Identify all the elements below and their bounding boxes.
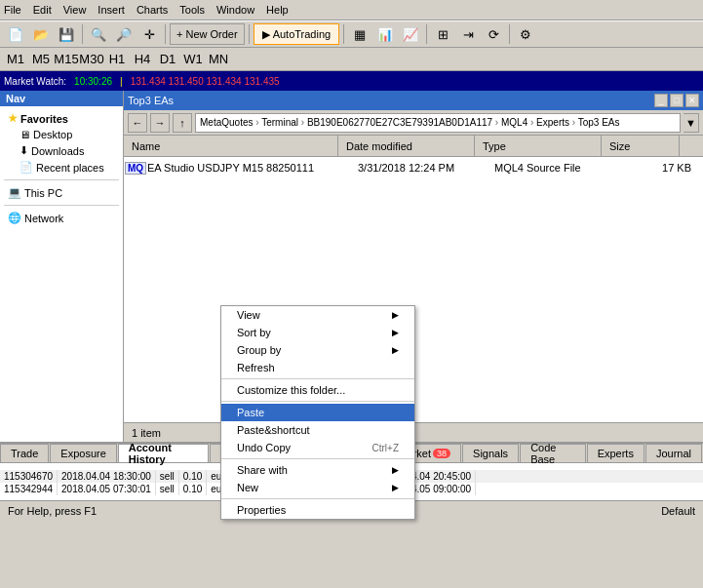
menu-charts[interactable]: Charts bbox=[137, 4, 168, 16]
minimize-btn[interactable]: _ bbox=[654, 94, 668, 107]
file-item[interactable]: MQ EA Studio USDJPY M15 88250111 3/31/20… bbox=[124, 157, 703, 178]
tab-experts[interactable]: Experts bbox=[587, 444, 644, 462]
tf-h4[interactable]: H4 bbox=[131, 49, 154, 70]
item-count: 1 item bbox=[132, 427, 161, 439]
col-size-header[interactable]: Size bbox=[602, 136, 680, 156]
timeframe-toolbar: M1 M5 M15 M30 H1 H4 D1 W1 MN bbox=[0, 48, 703, 71]
star-icon: ★ bbox=[8, 112, 18, 125]
sidebar-desktop[interactable]: 🖥 Desktop bbox=[4, 127, 119, 142]
file-type: MQL4 Source File bbox=[494, 162, 621, 174]
zoom-in-btn[interactable]: 🔍 bbox=[87, 23, 110, 45]
tab-exposure-label: Exposure bbox=[60, 448, 105, 459]
address-path[interactable]: MetaQuotes › Terminal › BB190E062770E27C… bbox=[195, 113, 681, 133]
market-watch-ticker: 131.434 131.450 131.434 131.435 bbox=[131, 76, 280, 87]
save-btn[interactable]: 💾 bbox=[55, 23, 78, 45]
tf-h1[interactable]: H1 bbox=[105, 49, 129, 70]
tf-m15[interactable]: M15 bbox=[55, 49, 78, 70]
maximize-btn[interactable]: □ bbox=[670, 94, 683, 107]
tab-code-base[interactable]: Code Base bbox=[520, 444, 586, 462]
trade-open-time: 2018.04.05 07:30:01 bbox=[58, 483, 156, 495]
ctx-sep3 bbox=[221, 458, 414, 459]
sidebar-this-pc[interactable]: 💻 This PC bbox=[4, 184, 119, 201]
forward-btn[interactable]: → bbox=[150, 113, 170, 133]
candle-chart-btn[interactable]: 📊 bbox=[373, 23, 397, 45]
ctx-view-arrow: ▶ bbox=[392, 310, 399, 320]
tab-exposure[interactable]: Exposure bbox=[50, 444, 116, 462]
market-watch-time: 10:30:26 bbox=[74, 76, 112, 87]
tf-m30[interactable]: M30 bbox=[80, 49, 103, 70]
sidebar-downloads[interactable]: ⬇ Downloads bbox=[4, 142, 119, 159]
favorites-label: Favorites bbox=[20, 113, 68, 125]
col-name-header[interactable]: Name bbox=[124, 136, 338, 156]
favorites-category[interactable]: ★ Favorites bbox=[4, 110, 119, 127]
menu-view[interactable]: View bbox=[63, 4, 87, 16]
ctx-customize[interactable]: Customize this folder... bbox=[221, 381, 414, 399]
trade-open-time: 2018.04.04 18:30:00 bbox=[58, 470, 156, 483]
sidebar-network[interactable]: 🌐 Network bbox=[4, 210, 119, 226]
desktop-label: Desktop bbox=[33, 129, 72, 140]
nav-label: Nav bbox=[6, 93, 25, 104]
ctx-sep4 bbox=[221, 498, 414, 499]
ctx-undo-shortcut: Ctrl+Z bbox=[372, 443, 400, 453]
tf-d1[interactable]: D1 bbox=[156, 49, 179, 70]
close-btn[interactable]: ✕ bbox=[685, 94, 699, 107]
menu-insert[interactable]: Insert bbox=[98, 4, 125, 16]
tab-journal[interactable]: Journal bbox=[645, 444, 702, 462]
up-btn[interactable]: ↑ bbox=[173, 113, 192, 133]
tab-signals[interactable]: Signals bbox=[462, 444, 519, 462]
new-chart-btn[interactable]: 📄 bbox=[4, 23, 27, 45]
ctx-sort-by[interactable]: Sort by ▶ bbox=[221, 324, 414, 341]
ctx-view[interactable]: View ▶ bbox=[221, 306, 414, 324]
open-btn[interactable]: 📂 bbox=[29, 23, 53, 45]
ctx-share-label: Share with bbox=[237, 464, 288, 476]
line-chart-btn[interactable]: 📈 bbox=[399, 23, 422, 45]
ctx-group-label: Group by bbox=[237, 344, 281, 356]
path-dropdown-btn[interactable]: ▼ bbox=[683, 113, 699, 133]
col-modified-header[interactable]: Date modified bbox=[338, 136, 475, 156]
zoom-out-btn[interactable]: 🔎 bbox=[112, 23, 136, 45]
menu-tools[interactable]: Tools bbox=[179, 4, 205, 16]
new-order-label: New Order bbox=[185, 28, 237, 40]
crosshair-btn[interactable]: ✛ bbox=[137, 23, 161, 45]
ctx-properties[interactable]: Properties bbox=[221, 501, 414, 519]
context-menu: View ▶ Sort by ▶ Group by ▶ Refresh Cust… bbox=[220, 305, 415, 520]
trade-ticket: 115342944 bbox=[0, 483, 58, 495]
market-watch-bar: Market Watch: 10:30:26 | 131.434 131.450… bbox=[0, 71, 703, 91]
ctx-refresh-label: Refresh bbox=[237, 362, 275, 373]
ctx-undo-copy[interactable]: Undo Copy Ctrl+Z bbox=[221, 439, 414, 456]
help-text: For Help, press F1 bbox=[8, 505, 97, 517]
settings-btn[interactable]: ⚙ bbox=[514, 23, 537, 45]
bar-chart-btn[interactable]: ▦ bbox=[348, 23, 371, 45]
sidebar-recent[interactable]: 📄 Recent places bbox=[4, 159, 119, 176]
menu-window[interactable]: Window bbox=[216, 4, 254, 16]
ctx-new-label: New bbox=[237, 482, 258, 493]
back-btn[interactable]: ← bbox=[128, 113, 147, 133]
ctx-new-arrow: ▶ bbox=[392, 483, 399, 492]
ctx-group-by[interactable]: Group by ▶ bbox=[221, 341, 414, 359]
tf-m1[interactable]: M1 bbox=[4, 49, 27, 70]
ctx-paste-shortcut[interactable]: Paste&shortcut bbox=[221, 421, 414, 439]
ctx-group-arrow: ▶ bbox=[392, 345, 399, 355]
ctx-paste[interactable]: Paste bbox=[221, 404, 414, 421]
tf-m5[interactable]: M5 bbox=[29, 49, 53, 70]
tab-trade[interactable]: Trade bbox=[0, 444, 49, 462]
tf-w1[interactable]: W1 bbox=[181, 49, 205, 70]
menu-file[interactable]: File bbox=[4, 4, 21, 16]
col-type-header[interactable]: Type bbox=[475, 136, 602, 156]
tab-code-base-label: Code Base bbox=[530, 442, 575, 465]
new-order-btn[interactable]: + New Order bbox=[170, 23, 245, 45]
ctx-share-with[interactable]: Share with ▶ bbox=[221, 461, 414, 479]
tab-account-history[interactable]: Account History bbox=[118, 444, 209, 462]
auto-scroll-btn[interactable]: ⟳ bbox=[482, 23, 505, 45]
network-label: Network bbox=[24, 213, 63, 224]
ctx-new[interactable]: New ▶ bbox=[221, 479, 414, 496]
downloads-label: Downloads bbox=[31, 145, 84, 157]
menu-edit[interactable]: Edit bbox=[33, 4, 52, 16]
sidebar-header: Nav bbox=[0, 91, 123, 106]
scroll-end-btn[interactable]: ⇥ bbox=[456, 23, 480, 45]
zoom-fit-btn[interactable]: ⊞ bbox=[431, 23, 454, 45]
ctx-refresh[interactable]: Refresh bbox=[221, 359, 414, 376]
autotrading-btn[interactable]: ▶ AutoTrading bbox=[254, 23, 340, 45]
tf-mn[interactable]: MN bbox=[207, 49, 230, 70]
menu-help[interactable]: Help bbox=[266, 4, 289, 16]
